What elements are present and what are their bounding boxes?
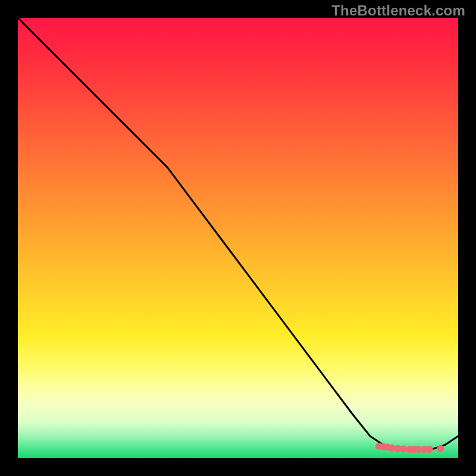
- marker-dot: [437, 445, 444, 452]
- plot-area: [18, 18, 458, 458]
- marker-dot: [400, 446, 407, 453]
- chart-frame: TheBottleneck.com: [0, 0, 476, 476]
- watermark-text: TheBottleneck.com: [331, 2, 465, 19]
- marker-dot: [426, 446, 433, 453]
- chart-overlay: [18, 18, 458, 458]
- bottleneck-curve: [18, 18, 458, 449]
